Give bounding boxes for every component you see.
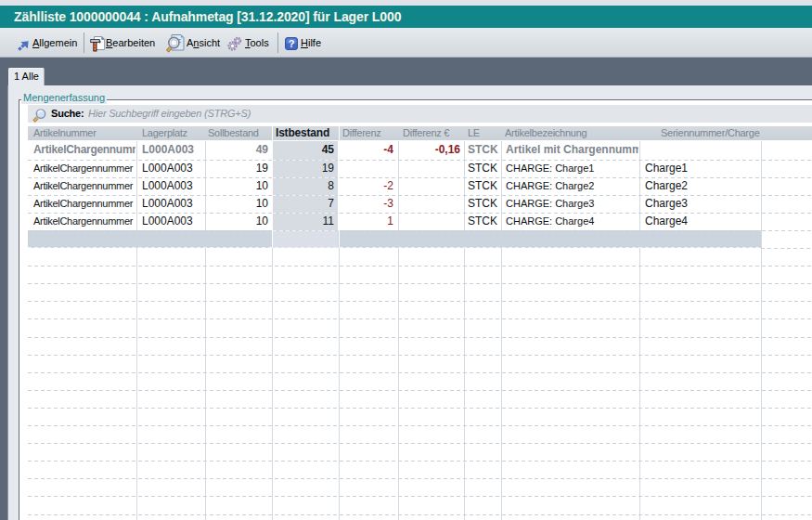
svg-text:?: ? bbox=[289, 38, 295, 49]
